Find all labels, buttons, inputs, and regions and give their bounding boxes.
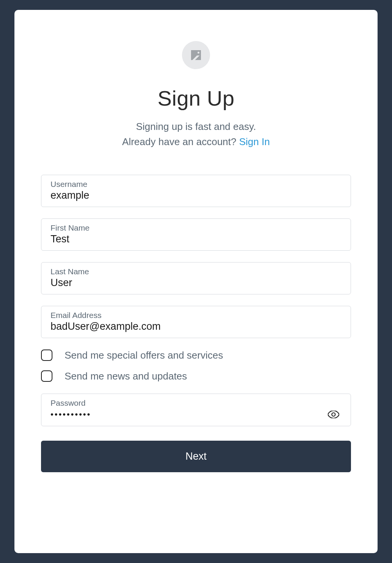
offers-row: Send me special offers and services — [41, 350, 351, 361]
lastname-group: Last Name — [41, 262, 351, 294]
signin-link[interactable]: Sign In — [239, 136, 270, 147]
email-wrapper[interactable]: Email Address — [41, 306, 351, 338]
username-label: Username — [51, 180, 341, 189]
next-button[interactable]: Next — [41, 441, 351, 472]
lastname-label: Last Name — [51, 267, 341, 276]
subtitle: Signing up is fast and easy. Already hav… — [41, 119, 351, 150]
lastname-wrapper[interactable]: Last Name — [41, 262, 351, 294]
firstname-wrapper[interactable]: First Name — [41, 218, 351, 251]
email-label: Email Address — [51, 311, 341, 320]
avatar-placeholder — [182, 41, 210, 69]
news-row: Send me news and updates — [41, 370, 351, 382]
news-label: Send me news and updates — [65, 370, 187, 382]
svg-point-0 — [332, 413, 335, 416]
page-title: Sign Up — [41, 86, 351, 111]
email-group: Email Address — [41, 306, 351, 338]
username-wrapper[interactable]: Username — [41, 175, 351, 207]
firstname-group: First Name — [41, 218, 351, 251]
firstname-label: First Name — [51, 223, 341, 232]
username-group: Username — [41, 175, 351, 207]
password-input[interactable] — [51, 410, 326, 419]
image-placeholder-icon — [191, 50, 201, 60]
subtitle-text-2: Already have an account? — [122, 136, 239, 147]
lastname-input[interactable] — [51, 277, 341, 289]
subtitle-text-1: Signing up is fast and easy. — [136, 121, 256, 132]
eye-icon[interactable] — [326, 408, 341, 421]
password-wrapper[interactable]: Password — [41, 394, 351, 426]
checkboxes-section: Send me special offers and services Send… — [41, 350, 351, 382]
offers-label: Send me special offers and services — [65, 350, 223, 361]
news-checkbox[interactable] — [41, 370, 52, 382]
firstname-input[interactable] — [51, 233, 341, 245]
email-input[interactable] — [51, 321, 341, 332]
offers-checkbox[interactable] — [41, 350, 52, 361]
password-group: Password — [41, 394, 351, 426]
signup-card: Sign Up Signing up is fast and easy. Alr… — [14, 10, 378, 553]
password-label: Password — [51, 399, 341, 408]
username-input[interactable] — [51, 190, 341, 201]
